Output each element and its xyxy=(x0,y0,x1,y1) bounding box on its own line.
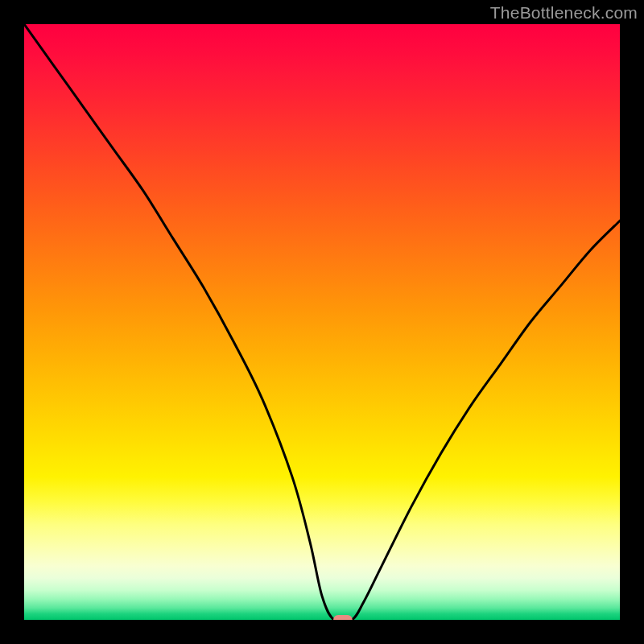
bottleneck-curve-path xyxy=(24,24,620,620)
watermark-label: TheBottleneck.com xyxy=(490,3,638,23)
plot-area xyxy=(24,24,620,620)
optimal-point-marker xyxy=(333,615,353,620)
bottleneck-curve xyxy=(24,24,620,620)
chart-frame: TheBottleneck.com xyxy=(0,0,644,644)
